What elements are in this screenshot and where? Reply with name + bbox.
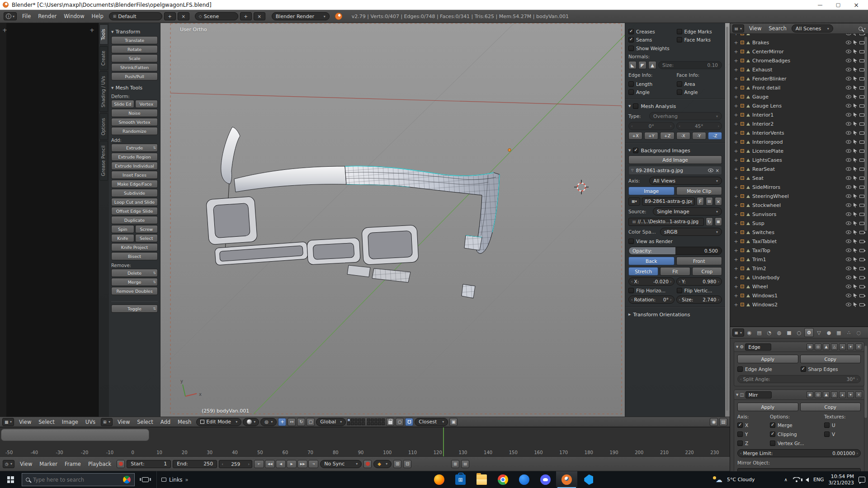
taskbar-app-button[interactable] xyxy=(492,471,514,488)
renderability-icon[interactable] xyxy=(859,231,864,234)
renderability-icon[interactable] xyxy=(859,276,864,279)
checkbox-row[interactable]: Edge Marks xyxy=(677,28,722,35)
outliner-row[interactable]: + Trim2 xyxy=(730,264,868,273)
renderability-icon[interactable] xyxy=(859,77,864,80)
properties-tab[interactable]: ∴ xyxy=(844,328,854,337)
bg-x-field[interactable]: ‹X: -0.020› xyxy=(628,277,675,286)
outliner-row[interactable]: + LicensePlate xyxy=(730,146,868,155)
outliner-row[interactable]: + Gauge xyxy=(730,92,868,101)
tool-item[interactable]: Offset Edge Slide xyxy=(111,207,158,215)
mesh-analysis-panel-header[interactable]: ▼ Mesh Analysis xyxy=(628,102,722,110)
outliner-row[interactable]: + Windows2 xyxy=(730,300,868,309)
renderability-icon[interactable] xyxy=(859,303,864,306)
view-as-render-row[interactable]: View as Render xyxy=(628,238,722,244)
background-images-panel-header[interactable]: ▼ Background Images xyxy=(628,146,722,155)
menu-item[interactable]: Mesh xyxy=(174,419,195,425)
renderability-icon[interactable] xyxy=(859,159,864,162)
renderability-icon[interactable] xyxy=(859,41,864,44)
visibility-icon[interactable] xyxy=(846,95,851,99)
tool-item[interactable]: Screw xyxy=(135,225,158,233)
object-name[interactable]: TaxiTop xyxy=(752,248,770,253)
merge-limit-field[interactable]: ‹Merge Limit: 0.001000› xyxy=(737,449,861,457)
outliner-row[interactable]: + Wheel xyxy=(730,282,868,291)
checkbox-row[interactable]: Merge xyxy=(770,422,823,428)
object-name[interactable]: Sunvisors xyxy=(752,211,776,217)
object-name[interactable]: Exhaust xyxy=(752,67,772,73)
expand-icon[interactable]: + xyxy=(734,293,738,299)
taskbar-app-button[interactable] xyxy=(556,471,577,488)
expand-icon[interactable]: + xyxy=(734,266,738,272)
selectability-icon[interactable] xyxy=(854,67,857,72)
image-datablock-field[interactable]: 89-2861-astra-g.jpg xyxy=(642,197,695,206)
toolshelf-tab[interactable]: Options xyxy=(99,113,108,140)
checkbox-row[interactable]: V xyxy=(824,431,861,437)
object-name[interactable]: Susp xyxy=(752,221,764,226)
menu-item[interactable]: Add xyxy=(157,419,174,425)
renderability-icon[interactable] xyxy=(859,59,864,62)
outliner-display-dropdown[interactable]: All Scenes▾ xyxy=(792,24,833,33)
outliner-row[interactable]: + FenderBlinker xyxy=(730,74,868,83)
analysis-type-dropdown[interactable]: Overhang▾ xyxy=(649,112,722,120)
object-name[interactable]: SteeringWheel xyxy=(752,193,789,199)
snap-element-dropdown[interactable]: Closest▾ xyxy=(415,418,448,426)
reload-image-icon[interactable]: ↻ xyxy=(706,217,713,226)
selectability-icon[interactable] xyxy=(854,158,857,162)
checkbox[interactable] xyxy=(824,422,830,428)
apply-button[interactable]: Apply xyxy=(737,355,798,363)
bg-fit-button[interactable]: Fit xyxy=(660,267,690,276)
renderability-icon[interactable] xyxy=(859,104,864,108)
timeline-scrollbar[interactable] xyxy=(1,429,149,441)
bg-size-field[interactable]: ‹Size: 2.740› xyxy=(676,296,722,304)
expand-icon[interactable]: + xyxy=(734,139,738,145)
colorspace-dropdown[interactable]: sRGB▾ xyxy=(660,228,722,236)
checkbox-row[interactable]: Y xyxy=(737,431,769,437)
search-input[interactable] xyxy=(33,477,108,483)
proportional-editing-dropdown[interactable]: ○ xyxy=(396,418,404,426)
bg-crop-button[interactable]: Crop xyxy=(692,267,722,276)
visibility-icon[interactable] xyxy=(846,158,851,162)
renderability-icon[interactable] xyxy=(859,186,864,189)
menu-item[interactable]: Select xyxy=(133,419,156,425)
tool-item[interactable]: Extrude Region xyxy=(111,153,158,161)
transport-button[interactable]: ▶▶ xyxy=(297,460,307,468)
menu-item[interactable]: Playback xyxy=(85,461,115,467)
loose-edge-normals-toggle[interactable]: ◤ xyxy=(638,61,646,69)
visibility-icon[interactable] xyxy=(846,122,851,126)
expand-icon[interactable]: + xyxy=(734,284,738,290)
checkbox-row[interactable]: Length xyxy=(628,81,674,87)
visibility-icon[interactable] xyxy=(846,294,851,297)
mesh-analysis-checkbox[interactable] xyxy=(633,103,638,109)
modifier-name-field[interactable]: Mirr xyxy=(745,391,772,399)
search-highlights-icon[interactable] xyxy=(121,474,132,485)
checkbox[interactable] xyxy=(801,366,806,372)
menu-item[interactable]: View xyxy=(114,419,133,425)
tool-item[interactable]: Randomize xyxy=(111,127,158,135)
bg-stretch-button[interactable]: Stretch xyxy=(628,267,658,276)
tool-item[interactable] xyxy=(111,296,158,302)
apply-button[interactable]: Apply xyxy=(737,403,798,411)
checkbox-row[interactable]: Seams xyxy=(628,37,674,43)
weather-text[interactable]: 5°C Cloudy xyxy=(727,477,755,483)
viewport-3d[interactable]: x y User Ortho (259) bodyVan.001 Tools C… xyxy=(99,23,730,417)
object-name[interactable]: Seat xyxy=(752,175,764,181)
modifier-header[interactable]: ▼ ⚙ Edge ◉ ◎ ▲ △ ▴ ▾ × xyxy=(734,342,864,352)
checkbox-row[interactable]: Creases xyxy=(628,28,674,35)
transport-button[interactable]: ⇥ xyxy=(308,460,318,468)
layers-widget[interactable] xyxy=(347,418,385,425)
move-up-button[interactable]: ▴ xyxy=(839,391,846,398)
checkbox-row[interactable]: Angle xyxy=(628,89,674,95)
delete-layout-button[interactable]: × xyxy=(178,12,189,20)
render-toggle-icon[interactable]: ◉ xyxy=(807,343,813,350)
selectability-icon[interactable] xyxy=(854,221,857,225)
selectability-icon[interactable] xyxy=(854,248,857,253)
tool-item[interactable]: Remove Doubles xyxy=(111,287,158,295)
menu-item[interactable]: Render xyxy=(34,13,60,19)
selectability-icon[interactable] xyxy=(854,284,857,289)
scene-selector[interactable]: ◇ Scene xyxy=(195,12,238,20)
expand-icon[interactable]: + xyxy=(734,230,738,235)
opacity-slider[interactable]: Opacity: 0.500 xyxy=(628,247,722,255)
outliner-row[interactable]: + SideMirrors xyxy=(730,183,868,192)
snap-target-icon[interactable]: ▣ xyxy=(449,418,458,426)
outliner-row[interactable]: + InteriorVents xyxy=(730,128,868,137)
scale-manipulator-icon[interactable]: ▢ xyxy=(307,418,315,426)
